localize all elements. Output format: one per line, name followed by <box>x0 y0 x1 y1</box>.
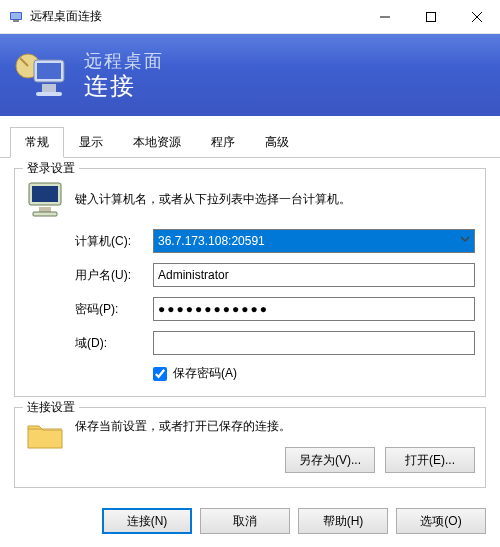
remote-desktop-icon <box>12 46 70 104</box>
banner-subtitle: 远程桌面 <box>84 51 164 72</box>
tab-display[interactable]: 显示 <box>64 127 118 158</box>
window-title: 远程桌面连接 <box>30 8 362 25</box>
save-password-checkbox[interactable] <box>153 367 167 381</box>
tab-programs[interactable]: 程序 <box>196 127 250 158</box>
username-label: 用户名(U): <box>75 267 153 284</box>
svg-rect-12 <box>36 92 62 96</box>
computer-label: 计算机(C): <box>75 233 153 250</box>
connection-settings-legend: 连接设置 <box>23 399 79 416</box>
close-button[interactable] <box>454 1 500 33</box>
help-button[interactable]: 帮助(H) <box>298 508 388 534</box>
close-icon <box>472 12 482 22</box>
login-settings-legend: 登录设置 <box>23 160 79 177</box>
titlebar: 远程桌面连接 <box>0 0 500 34</box>
tab-local-resources[interactable]: 本地资源 <box>118 127 196 158</box>
app-icon <box>8 9 24 25</box>
connect-button[interactable]: 连接(N) <box>102 508 192 534</box>
svg-rect-14 <box>32 186 58 202</box>
open-button[interactable]: 打开(E)... <box>385 447 475 473</box>
username-input[interactable] <box>153 263 475 287</box>
connection-settings-group: 连接设置 保存当前设置，或者打开已保存的连接。 另存为(V)... 打开(E).… <box>14 407 486 488</box>
domain-label: 域(D): <box>75 335 153 352</box>
dialog-buttons: 连接(N) 取消 帮助(H) 选项(O) <box>0 504 500 544</box>
svg-rect-16 <box>33 212 57 216</box>
login-instruction: 键入计算机名，或者从下拉列表中选择一台计算机。 <box>75 191 351 208</box>
maximize-button[interactable] <box>408 1 454 33</box>
login-settings-group: 登录设置 键入计算机名，或者从下拉列表中选择一台计算机。 计算机(C): <box>14 168 486 397</box>
computer-icon <box>25 179 65 219</box>
svg-rect-1 <box>11 13 21 19</box>
minimize-button[interactable] <box>362 1 408 33</box>
save-password-label: 保存密码(A) <box>173 365 237 382</box>
tab-strip: 常规 显示 本地资源 程序 高级 <box>0 126 500 158</box>
options-button[interactable]: 选项(O) <box>396 508 486 534</box>
maximize-icon <box>426 12 436 22</box>
banner: 远程桌面 连接 <box>0 34 500 116</box>
banner-heading: 连接 <box>84 72 164 100</box>
tab-advanced[interactable]: 高级 <box>250 127 304 158</box>
domain-input[interactable] <box>153 331 475 355</box>
cancel-button[interactable]: 取消 <box>200 508 290 534</box>
save-as-button[interactable]: 另存为(V)... <box>285 447 375 473</box>
password-label: 密码(P): <box>75 301 153 318</box>
password-input[interactable] <box>153 297 475 321</box>
svg-rect-10 <box>37 63 61 79</box>
minimize-icon <box>380 12 390 22</box>
tab-general[interactable]: 常规 <box>10 127 64 158</box>
connection-instruction: 保存当前设置，或者打开已保存的连接。 <box>75 418 475 435</box>
svg-rect-2 <box>13 20 19 22</box>
svg-rect-11 <box>42 84 56 92</box>
computer-input[interactable] <box>153 229 475 253</box>
svg-rect-4 <box>427 12 436 21</box>
folder-icon <box>25 418 65 452</box>
svg-rect-15 <box>39 207 51 212</box>
computer-combo[interactable] <box>153 229 475 253</box>
